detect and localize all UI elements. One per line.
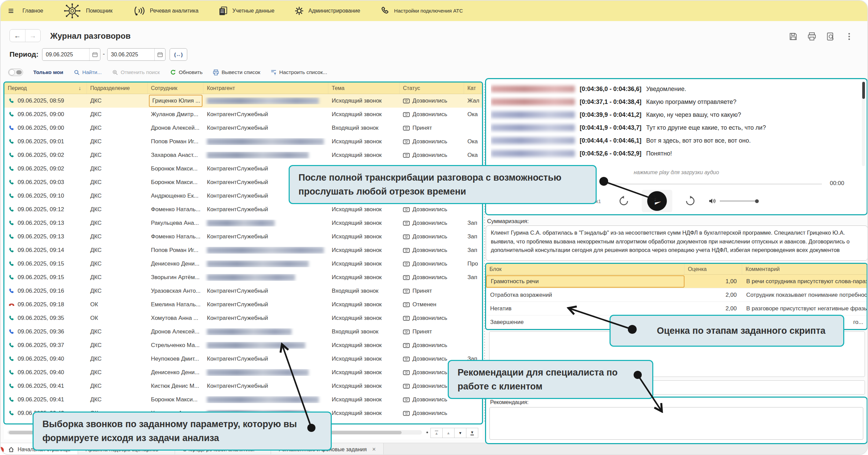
cell-period[interactable]: 09.06.2025, 09:14 [4, 247, 87, 254]
cell-period[interactable]: 09.06.2025, 09:41 [4, 383, 87, 390]
cell-department[interactable]: ДКС [87, 328, 148, 335]
cell-status[interactable]: Дозвонились [400, 97, 464, 104]
cell-employee[interactable]: Боронюк Макси... [148, 179, 204, 186]
cell-theme[interactable]: Исходящий звонок [328, 342, 400, 349]
cell-theme[interactable]: Исходящий звонок [328, 233, 400, 240]
cell-period[interactable]: 09.06.2025, 09:15 [4, 274, 87, 281]
menu-item-atc[interactable]: Настройки подключения АТС [380, 6, 466, 16]
cell-status[interactable]: Дозвонились [400, 315, 464, 322]
timestamp-range[interactable]: [0:04:37,1 - 0:04:38,4] [580, 98, 641, 106]
table-row[interactable]: 09.06.2025, 09:12ДКСФоменко Наталь...Кон… [4, 203, 482, 216]
back-button[interactable]: ← [10, 30, 25, 42]
cell-status[interactable]: Дозвонились [400, 138, 464, 145]
calendar-icon[interactable] [89, 49, 100, 60]
cell-employee[interactable]: Зворыгин Артём... [148, 274, 204, 281]
cell-theme[interactable]: Исходящий звонок [328, 260, 400, 267]
cell-status[interactable]: Отменен [400, 301, 464, 308]
cell-block[interactable]: Негатив [486, 305, 684, 312]
cell-status[interactable]: Дозвонились [400, 152, 464, 159]
cell-contragent[interactable]: КонтрагентСлужебный [204, 288, 328, 294]
menu-item-main[interactable]: Главное [22, 8, 43, 14]
go-next-button[interactable]: ▼ [454, 428, 466, 438]
cell-theme[interactable]: Входящий звонок [328, 288, 400, 294]
transcript-line[interactable]: [0:04:41,9 - 0:04:43,7]Тут кто другие ещ… [491, 121, 856, 134]
cell-department[interactable]: ДКС [87, 97, 148, 104]
calendar-icon[interactable] [154, 49, 165, 60]
table-row[interactable]: 09.06.2025, 09:01ДКСПопов Роман Иг...Исх… [4, 135, 482, 148]
cell-category[interactable]: Зап [464, 247, 482, 254]
cell-employee[interactable]: Неупокоев Дмит... [148, 356, 204, 362]
cell-period[interactable]: 09.06.2025, 09:10 [4, 193, 87, 200]
cell-contragent[interactable] [204, 220, 328, 226]
cell-department[interactable]: ДКС [87, 220, 148, 226]
cell-department[interactable]: ДКС [87, 342, 148, 349]
table-row[interactable]: 09.06.2025, 09:35ОКХомутова Анна ...Конт… [4, 311, 482, 325]
print-icon[interactable] [807, 32, 816, 41]
cell-block[interactable]: Грамотность речи [486, 275, 684, 288]
timestamp-range[interactable]: [0:04:41,9 - 0:04:43,7] [580, 124, 641, 131]
cell-period[interactable]: 09.06.2025, 09:13 [4, 220, 87, 227]
cell-employee[interactable]: Боронюк Макси... [148, 396, 204, 403]
cell-score[interactable]: 2,00 [684, 305, 742, 312]
cell-score[interactable]: 2,00 [684, 292, 742, 298]
cell-period[interactable]: 09.06.2025, 09:40 [4, 356, 87, 363]
evaluation-row[interactable]: Грамотность речи1,00В речи сотрудника пр… [486, 275, 867, 288]
cell-employee[interactable]: Андрющенко Ек... [148, 193, 204, 199]
table-row[interactable]: 09.06.2025, 09:00ДКСЖуланов Дмитр...Конт… [4, 108, 482, 121]
cell-contragent[interactable] [204, 342, 328, 349]
period-to-value[interactable]: 30.06.2025 [108, 52, 154, 58]
cell-employee[interactable]: Фоменко Наталь... [148, 233, 204, 240]
cell-employee[interactable]: Денисенко Дени... [148, 260, 204, 267]
cell-comment[interactable]: В разговоре присутствуют негативные фраз… [742, 305, 867, 312]
cell-period[interactable]: 09.06.2025, 09:41 [4, 396, 87, 403]
cell-theme[interactable]: Исходящий звонок [328, 301, 400, 308]
cell-category[interactable]: Ока [464, 152, 482, 159]
cell-employee[interactable]: Фоменко Наталь... [148, 206, 204, 213]
table-row[interactable]: 09.06.2025, 09:15ДКСДенисенко Дени...Исх… [4, 257, 482, 271]
cancel-search-button[interactable]: Отменить поиск [112, 69, 160, 76]
preview-icon[interactable] [826, 32, 835, 41]
cell-department[interactable]: ДКС [87, 260, 148, 267]
cell-theme[interactable]: Исходящий звонок [328, 138, 400, 145]
table-row[interactable]: 09.06.2025, 09:18ОКЕмелина Наталь...Конт… [4, 298, 482, 311]
cell-theme[interactable]: Исходящий звонок [328, 97, 400, 104]
cell-status[interactable]: Дозвонились [400, 274, 464, 281]
table-row[interactable]: 09.06.2025, 09:41ДКСКистюк Денис М...Кон… [4, 379, 482, 393]
table-row[interactable]: 09.06.2025, 09:02ДКСЗахарова Анаст...Исх… [4, 148, 482, 162]
cell-contragent[interactable]: КонтрагентСлужебный [204, 315, 328, 322]
timestamp-range[interactable]: [0:04:44,4 - 0:04:46,1] [580, 137, 641, 144]
cell-employee[interactable]: Стрельченко Ма... [148, 342, 204, 349]
cell-contragent[interactable]: КонтрагентСлужебный [204, 125, 328, 131]
kebab-icon[interactable] [845, 32, 854, 41]
transcript-line[interactable]: [0:04:39,9 - 0:04:41,2]Какую, ну через в… [491, 108, 856, 121]
configure-list-button[interactable]: Настроить список... [270, 69, 327, 76]
cell-status[interactable]: Дозвонились [400, 220, 464, 226]
close-icon[interactable]: × [372, 446, 376, 453]
col-header-theme[interactable]: Тема [328, 83, 400, 94]
cell-department[interactable]: ДКС [87, 179, 148, 186]
col-header-score[interactable]: Оценка [684, 264, 742, 274]
col-header-department[interactable]: Подразделение [87, 83, 148, 94]
cell-period[interactable]: 09.06.2025, 09:13 [4, 233, 87, 240]
cell-period[interactable]: 09.06.2025, 09:18 [4, 301, 87, 308]
cell-department[interactable]: ДКС [87, 274, 148, 281]
cell-period[interactable]: 09.06.2025, 09:36 [4, 328, 87, 335]
cell-theme[interactable]: Исходящий звонок [328, 274, 400, 281]
cell-status[interactable]: Принят [400, 328, 464, 335]
cell-department[interactable]: ДКС [87, 247, 148, 254]
cell-department[interactable]: ДКС [87, 288, 148, 294]
cell-theme[interactable]: Исходящий звонок [328, 369, 400, 376]
cell-period[interactable]: 09.06.2025, 09:00 [4, 125, 87, 132]
cell-contragent[interactable] [204, 138, 328, 145]
cell-theme[interactable]: Исходящий звонок [328, 315, 400, 322]
cell-contragent[interactable]: КонтрагентСлужебный [204, 233, 328, 240]
evaluation-row[interactable]: Отработка возражений2,00Сотрудник показы… [486, 288, 867, 302]
table-row[interactable]: 09.06.2025, 09:40ДКСНеупокоев Дмит...Кон… [4, 352, 482, 366]
cell-status[interactable]: Дозвонились [400, 410, 464, 417]
cell-comment[interactable]: Сотрудник показывает понимание потребнос… [742, 292, 867, 298]
cell-department[interactable]: ДКС [87, 165, 148, 172]
cell-employee[interactable]: Боронюк Макси... [148, 165, 204, 172]
audio-progressbar[interactable] [600, 184, 822, 184]
cell-contragent[interactable] [204, 274, 328, 281]
volume-control[interactable] [708, 198, 757, 204]
